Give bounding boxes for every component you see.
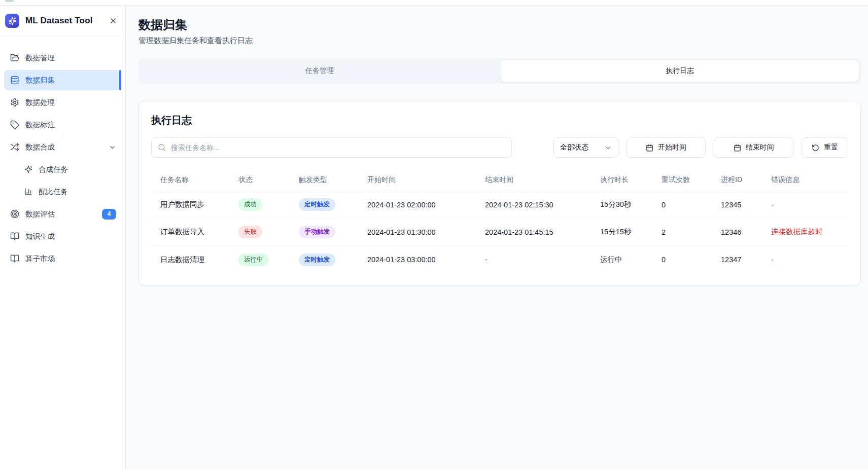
end-time: 2024-01-23 02:15:30 — [476, 201, 591, 209]
column-header: 结束时间 — [476, 175, 591, 185]
column-header: 触发类型 — [290, 175, 358, 185]
end-time: - — [476, 256, 591, 264]
sidebar-item-data-labeling[interactable]: 数据标注 — [4, 115, 121, 135]
process-id: 12346 — [712, 228, 762, 236]
start-time: 2024-01-23 02:00:00 — [358, 201, 476, 209]
sidebar-item-data-processing[interactable]: 数据处理 — [4, 92, 121, 113]
process-id: 12345 — [712, 201, 762, 209]
app-title: ML Dataset Tool — [25, 16, 102, 26]
column-header: 状态 — [229, 175, 290, 185]
reset-label: 重置 — [824, 143, 838, 152]
trigger-badge: 手动触发 — [299, 226, 335, 238]
calendar-icon — [734, 144, 741, 152]
status-badge: 运行中 — [238, 254, 269, 266]
column-header: 重试次数 — [652, 175, 712, 185]
tab-execution-logs[interactable]: 执行日志 — [501, 60, 859, 82]
end-time-button[interactable]: 结束时间 — [714, 137, 793, 158]
sidebar-item-label: 数据评估 — [25, 209, 55, 219]
sidebar-item-synthesis-task[interactable]: 合成任务 — [4, 159, 121, 179]
status-filter-value: 全部状态 — [560, 143, 588, 152]
column-header: 开始时间 — [358, 175, 476, 185]
sidebar-item-data-synthesis[interactable]: 数据合成 — [4, 137, 121, 157]
column-header: 任务名称 — [151, 175, 229, 185]
target-icon — [10, 209, 19, 219]
start-time: 2024-01-23 03:00:00 — [358, 256, 476, 264]
error-message: - — [762, 201, 848, 209]
sidebar-item-label: 算子市场 — [25, 254, 55, 264]
sidebar-item-label: 数据管理 — [25, 53, 55, 63]
error-message: - — [762, 256, 848, 264]
search-input[interactable] — [151, 137, 512, 158]
book-open-icon — [10, 232, 19, 241]
tab-task-management[interactable]: 任务管理 — [141, 60, 499, 82]
table-row: 日志数据清理 运行中 定时触发 2024-01-23 03:00:00 - 运行… — [151, 246, 848, 273]
tab-bar: 任务管理 执行日志 — [138, 58, 861, 84]
evaluation-count-badge: 4 — [102, 209, 116, 220]
search-wrap — [151, 137, 512, 158]
sidebar-item-data-collection[interactable]: 数据归集 — [4, 70, 121, 90]
start-time-button[interactable]: 开始时间 — [627, 137, 706, 158]
database-icon — [10, 76, 19, 85]
duration: 运行中 — [591, 255, 652, 265]
table-header-row: 任务名称 状态 触发类型 开始时间 结束时间 执行时长 重试次数 进程ID 错误… — [151, 169, 848, 191]
sidebar-item-label: 数据标注 — [25, 120, 55, 130]
duration: 15分30秒 — [591, 200, 652, 209]
table-row: 订单数据导入 失败 手动触发 2024-01-23 01:30:00 2024-… — [151, 219, 848, 246]
trigger-badge: 定时触发 — [299, 198, 335, 211]
trigger-badge: 定时触发 — [299, 254, 335, 266]
filter-row: 全部状态 开始时间 结束时间 重置 — [151, 137, 848, 158]
reset-button[interactable]: 重置 — [802, 137, 848, 158]
task-name: 用户数据同步 — [151, 200, 229, 209]
sidebar-item-knowledge-generation[interactable]: 知识生成 — [4, 226, 121, 246]
status-badge: 失败 — [238, 226, 262, 238]
calendar-icon — [646, 144, 653, 152]
sidebar: ML Dataset Tool 数据管理 数据归集 — [0, 6, 126, 469]
search-icon — [158, 143, 166, 152]
page-subtitle: 管理数据归集任务和查看执行日志 — [138, 36, 861, 46]
close-icon — [109, 17, 117, 25]
page-title: 数据归集 — [138, 17, 861, 33]
task-name: 日志数据清理 — [151, 255, 229, 265]
sidebar-item-data-evaluation[interactable]: 数据评估 4 — [4, 204, 121, 224]
start-time-label: 开始时间 — [658, 143, 686, 152]
end-time: 2024-01-23 01:45:15 — [476, 228, 591, 236]
retry-count: 2 — [652, 228, 712, 236]
active-indicator — [119, 70, 122, 90]
column-header: 错误信息 — [762, 175, 848, 185]
chevron-down-icon — [604, 144, 612, 152]
bar-chart-icon — [24, 188, 32, 196]
sidebar-close-button[interactable] — [108, 16, 118, 26]
logs-table: 任务名称 状态 触发类型 开始时间 结束时间 执行时长 重试次数 进程ID 错误… — [151, 169, 848, 273]
sidebar-item-data-management[interactable]: 数据管理 — [4, 48, 121, 68]
reset-icon — [812, 144, 819, 152]
main-content: 数据归集 管理数据归集任务和查看执行日志 任务管理 执行日志 执行日志 全部状态 — [126, 6, 868, 469]
end-time-label: 结束时间 — [746, 143, 774, 152]
sidebar-item-label: 合成任务 — [39, 165, 68, 174]
sidebar-item-label: 知识生成 — [25, 232, 55, 241]
top-edge-artifact — [5, 0, 14, 2]
sidebar-item-label: 数据归集 — [25, 76, 55, 85]
execution-logs-card: 执行日志 全部状态 开始时间 结束 — [138, 101, 861, 286]
shuffle-icon — [10, 142, 19, 152]
sidebar-nav: 数据管理 数据归集 数据处理 数据标注 — [0, 37, 125, 469]
duration: 15分15秒 — [591, 227, 652, 237]
status-badge: 成功 — [238, 198, 262, 211]
tag-icon — [10, 120, 19, 129]
gear-icon — [10, 98, 19, 107]
retry-count: 0 — [652, 201, 712, 209]
sidebar-item-label: 配比任务 — [39, 187, 68, 197]
card-heading: 执行日志 — [151, 114, 848, 127]
chevron-down-icon — [109, 143, 116, 151]
task-name: 订单数据导入 — [151, 227, 229, 237]
folder-open-icon — [10, 53, 19, 62]
app-logo-icon — [5, 14, 19, 28]
table-row: 用户数据同步 成功 定时触发 2024-01-23 02:00:00 2024-… — [151, 191, 848, 219]
start-time: 2024-01-23 01:30:00 — [358, 228, 476, 236]
error-message: 连接数据库超时 — [762, 227, 848, 237]
sidebar-header: ML Dataset Tool — [0, 6, 125, 37]
status-filter-select[interactable]: 全部状态 — [553, 137, 618, 158]
sidebar-item-ratio-task[interactable]: 配比任务 — [4, 182, 121, 202]
column-header: 进程ID — [712, 175, 762, 185]
sidebar-item-operator-market[interactable]: 算子市场 — [4, 248, 121, 269]
sidebar-item-label: 数据处理 — [25, 98, 55, 107]
